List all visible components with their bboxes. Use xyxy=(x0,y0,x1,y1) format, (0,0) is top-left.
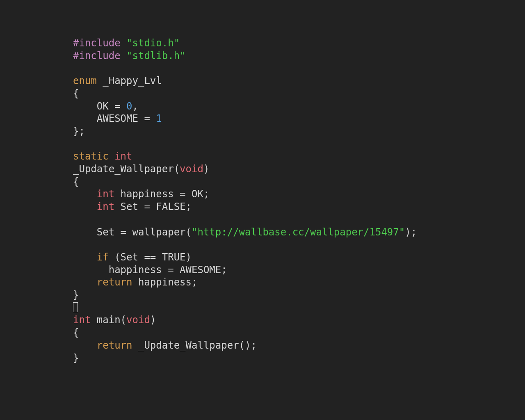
code-block: #include "stdio.h" #include "stdlib.h" e… xyxy=(73,37,417,364)
